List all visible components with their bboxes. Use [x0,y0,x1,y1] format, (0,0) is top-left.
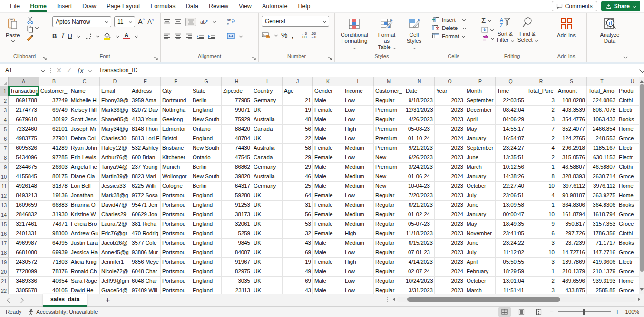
cell-D10[interactable]: Martin39@ [100,172,130,182]
cell-M19[interactable]: Regular [374,258,404,267]
cell-B18[interactable]: 69939 [39,248,69,258]
cell-D6[interactable]: Charles30 [100,134,130,144]
analyze-data-button[interactable]: AnalyzeData [597,16,623,45]
cell-K16[interactable]: Female [313,229,343,239]
shrink-font-button[interactable]: A˅ [147,18,154,25]
cell-S19[interactable]: 139.7869 [556,258,587,267]
cell-L6[interactable]: Low [343,134,374,144]
cell-E21[interactable]: 6048 Char [130,277,161,286]
cell-E15[interactable]: 381 Richa [130,220,161,229]
cell-G14[interactable]: England [191,210,222,220]
cell-C11[interactable]: Lori Bell [69,182,100,191]
cell-N1[interactable]: Date [404,86,435,96]
cell-I4[interactable]: Australia [252,115,283,125]
cell-S18[interactable]: 14.72716 [556,248,587,258]
align-center-button[interactable] [175,33,182,39]
row-header-18[interactable]: 18 [0,248,9,258]
cell-D16[interactable]: Eric76@gr [100,229,130,239]
cell-J10[interactable]: 46 [283,172,313,182]
cell-G17[interactable]: England [191,239,222,248]
cell-I15[interactable]: UK [252,220,283,229]
cell-K13[interactable]: Female [313,201,343,210]
cell-B21[interactable]: 40654 [39,277,69,286]
cell-F1[interactable]: City [161,86,191,96]
cell-H13[interactable]: 91253 [222,201,252,210]
cell-L17[interactable]: Medium [343,239,374,248]
column-header-R[interactable]: R [526,77,556,86]
scroll-up-icon[interactable] [640,77,644,84]
delete-cells-button[interactable]: Delete [432,25,466,31]
cell-O9[interactable]: 2023 [435,163,465,172]
cell-R8[interactable]: 2 [526,153,556,163]
cell-I10[interactable]: Australia [252,172,283,182]
cell-K5[interactable]: Male [313,125,343,134]
cell-M6[interactable]: Premium [374,134,404,144]
cell-styles-button[interactable]: CellStyles [402,16,426,51]
cell-C14[interactable]: Kristine W [69,210,100,220]
cell-J9[interactable]: 29 [283,163,313,172]
cell-F13[interactable]: Portsmou [161,201,191,210]
cell-Q20[interactable]: 18:29:59 [496,267,526,277]
column-header-Q[interactable]: Q [496,77,526,86]
column-header-B[interactable]: B [39,77,69,86]
cell-J5[interactable]: 56 [283,125,313,134]
cell-L19[interactable]: High [343,258,374,267]
zoom-in-button[interactable]: + [615,308,619,316]
column-header-L[interactable]: L [343,77,374,86]
cell-N8[interactable]: 6/26/2023 [404,153,435,163]
cell-J17[interactable]: 43 [283,239,313,248]
cell-A15[interactable]: 3217461 [9,220,39,229]
cell-M13[interactable]: Regular [374,201,404,210]
cell-R12[interactable]: 4 [526,191,556,201]
cell-R6[interactable]: 2 [526,134,556,144]
cell-O2[interactable]: 2023 [435,96,465,106]
clear-button[interactable] [481,35,494,41]
cell-A16[interactable]: 2401331 [9,229,39,239]
cell-D1[interactable]: Email [100,86,130,96]
cell-T17[interactable]: 71.1717 [587,239,617,248]
underline-button[interactable]: U [68,32,72,39]
page-layout-view-button[interactable] [516,307,528,317]
cell-B17[interactable]: 64995 [39,239,69,248]
cell-M11[interactable]: New [374,182,404,191]
cell-A2[interactable]: 8691788 [9,96,39,106]
cell-N20[interactable]: 02-07-24 [404,267,435,277]
menu-help[interactable]: Help [293,0,315,12]
cell-B19[interactable]: 71803 [39,258,69,267]
add-sheet-button[interactable]: + [105,296,110,305]
cell-J4[interactable]: 48 [283,115,313,125]
cell-E4[interactable]: 4133 Youn [130,115,161,125]
cell-H10[interactable]: 39820 [222,172,252,182]
grow-font-button[interactable]: A^ [138,18,145,26]
cell-I18[interactable]: UK [252,248,283,258]
cell-B2[interactable]: 37249 [39,96,69,106]
row-header-1[interactable]: 1 [0,86,9,96]
zoom-slider[interactable] [558,311,611,312]
cell-I14[interactable]: UK [252,210,283,220]
cell-C10[interactable]: Diane Cla [69,172,100,182]
cell-A18[interactable]: 6681000 [9,248,39,258]
cell-B5[interactable]: 62101 [39,125,69,134]
cell-F18[interactable]: Portsmou [161,248,191,258]
cell-Q8[interactable]: 13:35:51 [496,153,526,163]
cell-H6[interactable]: 48704 [222,134,252,144]
column-header-H[interactable]: H [222,77,252,86]
cell-R22[interactable]: 3 [526,286,556,294]
cell-O11[interactable]: 2023 [435,182,465,191]
column-header-N[interactable]: N [404,77,435,86]
cell-S13[interactable]: 364.8306 [556,201,587,210]
cell-H15[interactable]: 32061 [222,220,252,229]
cell-C20[interactable]: Ronald Ch [69,267,100,277]
cell-S9[interactable]: 46.58807 [556,163,587,172]
cell-F5[interactable]: Edmontor [161,125,191,134]
cell-Q5[interactable]: 14:55:17 [496,125,526,134]
fill-color-dropdown-icon[interactable] [116,34,119,38]
cell-H19[interactable]: 91967 [222,258,252,267]
cell-C5[interactable]: Joseph Mi [69,125,100,134]
cell-F4[interactable]: Geelong [161,115,191,125]
cell-B8[interactable]: 97285 [39,153,69,163]
horizontal-scrollbar[interactable] [391,296,642,303]
cell-P14[interactable]: January [465,210,496,220]
cell-B10[interactable]: 80175 [39,172,69,182]
cell-H1[interactable]: Zipcode [222,86,252,96]
